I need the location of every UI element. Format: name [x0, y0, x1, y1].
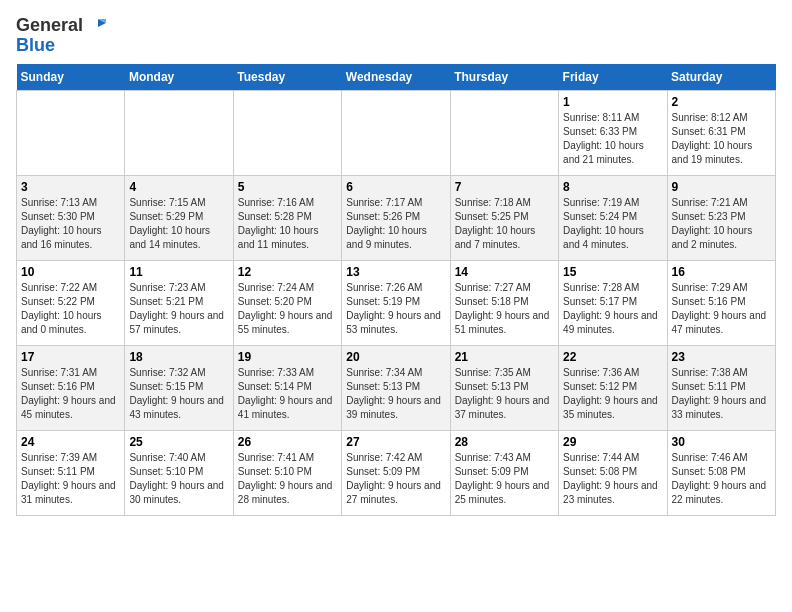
day-cell — [233, 90, 341, 175]
day-cell: 12Sunrise: 7:24 AM Sunset: 5:20 PM Dayli… — [233, 260, 341, 345]
day-cell — [342, 90, 450, 175]
day-number: 21 — [455, 350, 554, 364]
day-info: Sunrise: 7:21 AM Sunset: 5:23 PM Dayligh… — [672, 196, 771, 252]
day-number: 4 — [129, 180, 228, 194]
day-number: 30 — [672, 435, 771, 449]
week-row-2: 3Sunrise: 7:13 AM Sunset: 5:30 PM Daylig… — [17, 175, 776, 260]
day-info: Sunrise: 7:41 AM Sunset: 5:10 PM Dayligh… — [238, 451, 337, 507]
day-number: 20 — [346, 350, 445, 364]
day-info: Sunrise: 7:15 AM Sunset: 5:29 PM Dayligh… — [129, 196, 228, 252]
logo-text: General Blue — [16, 16, 108, 56]
day-cell: 2Sunrise: 8:12 AM Sunset: 6:31 PM Daylig… — [667, 90, 775, 175]
logo: General Blue — [16, 16, 108, 56]
day-number: 11 — [129, 265, 228, 279]
day-info: Sunrise: 7:23 AM Sunset: 5:21 PM Dayligh… — [129, 281, 228, 337]
day-cell: 27Sunrise: 7:42 AM Sunset: 5:09 PM Dayli… — [342, 430, 450, 515]
day-info: Sunrise: 7:44 AM Sunset: 5:08 PM Dayligh… — [563, 451, 662, 507]
day-info: Sunrise: 7:24 AM Sunset: 5:20 PM Dayligh… — [238, 281, 337, 337]
day-cell: 9Sunrise: 7:21 AM Sunset: 5:23 PM Daylig… — [667, 175, 775, 260]
day-info: Sunrise: 7:22 AM Sunset: 5:22 PM Dayligh… — [21, 281, 120, 337]
day-cell — [125, 90, 233, 175]
day-number: 6 — [346, 180, 445, 194]
day-cell: 16Sunrise: 7:29 AM Sunset: 5:16 PM Dayli… — [667, 260, 775, 345]
calendar-table: SundayMondayTuesdayWednesdayThursdayFrid… — [16, 64, 776, 516]
day-number: 7 — [455, 180, 554, 194]
day-cell: 6Sunrise: 7:17 AM Sunset: 5:26 PM Daylig… — [342, 175, 450, 260]
weekday-header-tuesday: Tuesday — [233, 64, 341, 91]
logo-flag-icon — [89, 18, 107, 36]
day-number: 14 — [455, 265, 554, 279]
weekday-header-row: SundayMondayTuesdayWednesdayThursdayFrid… — [17, 64, 776, 91]
day-cell: 7Sunrise: 7:18 AM Sunset: 5:25 PM Daylig… — [450, 175, 558, 260]
day-info: Sunrise: 7:36 AM Sunset: 5:12 PM Dayligh… — [563, 366, 662, 422]
weekday-header-thursday: Thursday — [450, 64, 558, 91]
day-info: Sunrise: 7:43 AM Sunset: 5:09 PM Dayligh… — [455, 451, 554, 507]
day-info: Sunrise: 7:33 AM Sunset: 5:14 PM Dayligh… — [238, 366, 337, 422]
day-number: 12 — [238, 265, 337, 279]
day-info: Sunrise: 7:46 AM Sunset: 5:08 PM Dayligh… — [672, 451, 771, 507]
day-cell: 15Sunrise: 7:28 AM Sunset: 5:17 PM Dayli… — [559, 260, 667, 345]
day-cell: 8Sunrise: 7:19 AM Sunset: 5:24 PM Daylig… — [559, 175, 667, 260]
day-cell: 26Sunrise: 7:41 AM Sunset: 5:10 PM Dayli… — [233, 430, 341, 515]
week-row-4: 17Sunrise: 7:31 AM Sunset: 5:16 PM Dayli… — [17, 345, 776, 430]
day-number: 8 — [563, 180, 662, 194]
day-info: Sunrise: 7:26 AM Sunset: 5:19 PM Dayligh… — [346, 281, 445, 337]
day-info: Sunrise: 7:39 AM Sunset: 5:11 PM Dayligh… — [21, 451, 120, 507]
day-cell: 13Sunrise: 7:26 AM Sunset: 5:19 PM Dayli… — [342, 260, 450, 345]
day-number: 29 — [563, 435, 662, 449]
day-info: Sunrise: 7:28 AM Sunset: 5:17 PM Dayligh… — [563, 281, 662, 337]
day-cell: 22Sunrise: 7:36 AM Sunset: 5:12 PM Dayli… — [559, 345, 667, 430]
day-cell — [17, 90, 125, 175]
day-number: 15 — [563, 265, 662, 279]
weekday-header-sunday: Sunday — [17, 64, 125, 91]
day-cell: 29Sunrise: 7:44 AM Sunset: 5:08 PM Dayli… — [559, 430, 667, 515]
day-number: 19 — [238, 350, 337, 364]
day-cell: 19Sunrise: 7:33 AM Sunset: 5:14 PM Dayli… — [233, 345, 341, 430]
logo-general: General — [16, 15, 83, 35]
day-cell: 17Sunrise: 7:31 AM Sunset: 5:16 PM Dayli… — [17, 345, 125, 430]
day-info: Sunrise: 7:31 AM Sunset: 5:16 PM Dayligh… — [21, 366, 120, 422]
day-info: Sunrise: 8:11 AM Sunset: 6:33 PM Dayligh… — [563, 111, 662, 167]
week-row-5: 24Sunrise: 7:39 AM Sunset: 5:11 PM Dayli… — [17, 430, 776, 515]
day-number: 3 — [21, 180, 120, 194]
day-number: 27 — [346, 435, 445, 449]
day-info: Sunrise: 7:35 AM Sunset: 5:13 PM Dayligh… — [455, 366, 554, 422]
day-number: 23 — [672, 350, 771, 364]
weekday-header-monday: Monday — [125, 64, 233, 91]
weekday-header-friday: Friday — [559, 64, 667, 91]
day-cell: 3Sunrise: 7:13 AM Sunset: 5:30 PM Daylig… — [17, 175, 125, 260]
day-number: 2 — [672, 95, 771, 109]
day-number: 22 — [563, 350, 662, 364]
day-number: 9 — [672, 180, 771, 194]
day-info: Sunrise: 7:29 AM Sunset: 5:16 PM Dayligh… — [672, 281, 771, 337]
week-row-3: 10Sunrise: 7:22 AM Sunset: 5:22 PM Dayli… — [17, 260, 776, 345]
day-cell: 20Sunrise: 7:34 AM Sunset: 5:13 PM Dayli… — [342, 345, 450, 430]
day-cell: 4Sunrise: 7:15 AM Sunset: 5:29 PM Daylig… — [125, 175, 233, 260]
day-cell: 28Sunrise: 7:43 AM Sunset: 5:09 PM Dayli… — [450, 430, 558, 515]
day-number: 25 — [129, 435, 228, 449]
day-cell: 25Sunrise: 7:40 AM Sunset: 5:10 PM Dayli… — [125, 430, 233, 515]
day-number: 10 — [21, 265, 120, 279]
weekday-header-wednesday: Wednesday — [342, 64, 450, 91]
day-number: 18 — [129, 350, 228, 364]
day-info: Sunrise: 7:13 AM Sunset: 5:30 PM Dayligh… — [21, 196, 120, 252]
weekday-header-saturday: Saturday — [667, 64, 775, 91]
day-info: Sunrise: 7:34 AM Sunset: 5:13 PM Dayligh… — [346, 366, 445, 422]
day-number: 24 — [21, 435, 120, 449]
day-number: 16 — [672, 265, 771, 279]
day-cell: 24Sunrise: 7:39 AM Sunset: 5:11 PM Dayli… — [17, 430, 125, 515]
day-info: Sunrise: 7:19 AM Sunset: 5:24 PM Dayligh… — [563, 196, 662, 252]
day-cell: 23Sunrise: 7:38 AM Sunset: 5:11 PM Dayli… — [667, 345, 775, 430]
day-number: 13 — [346, 265, 445, 279]
day-number: 28 — [455, 435, 554, 449]
day-number: 26 — [238, 435, 337, 449]
logo-blue: Blue — [16, 35, 55, 55]
day-cell: 18Sunrise: 7:32 AM Sunset: 5:15 PM Dayli… — [125, 345, 233, 430]
day-cell — [450, 90, 558, 175]
day-info: Sunrise: 7:18 AM Sunset: 5:25 PM Dayligh… — [455, 196, 554, 252]
day-cell: 30Sunrise: 7:46 AM Sunset: 5:08 PM Dayli… — [667, 430, 775, 515]
page-header: General Blue — [16, 16, 776, 56]
day-cell: 14Sunrise: 7:27 AM Sunset: 5:18 PM Dayli… — [450, 260, 558, 345]
day-info: Sunrise: 7:27 AM Sunset: 5:18 PM Dayligh… — [455, 281, 554, 337]
day-cell: 1Sunrise: 8:11 AM Sunset: 6:33 PM Daylig… — [559, 90, 667, 175]
